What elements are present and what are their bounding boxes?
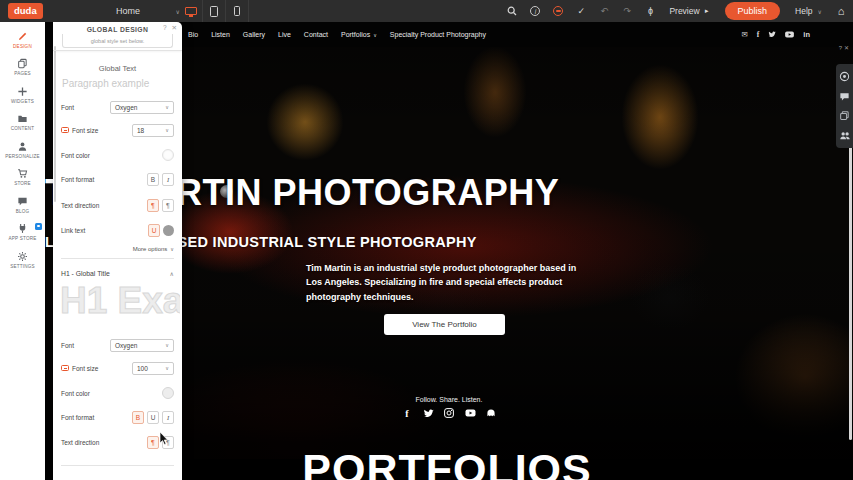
snapchat-icon[interactable] [485, 407, 497, 419]
youtube-icon[interactable] [464, 407, 476, 419]
twitter-icon[interactable] [768, 31, 776, 38]
link-color-swatch[interactable] [163, 225, 174, 236]
cart-icon [17, 168, 28, 179]
scrolled-note: global style set below. [91, 38, 145, 44]
h1-font-size-select[interactable]: 100 ∨ [132, 362, 174, 375]
help-menu[interactable]: Help ∨ [791, 6, 826, 16]
panel-close-button[interactable]: ✕ [172, 24, 177, 32]
override-indicator-icon [61, 365, 69, 371]
font-value: Oxygen [115, 104, 137, 111]
record-button[interactable] [838, 70, 851, 83]
chevron-down-icon: ∨ [818, 8, 822, 15]
redo-icon: ↷ [624, 6, 632, 16]
floating-toolbar [836, 64, 853, 148]
dev-mode-button[interactable]: ɸ [642, 0, 658, 22]
divider [61, 258, 174, 259]
assistant-button[interactable] [550, 0, 566, 22]
instagram-icon[interactable] [443, 407, 455, 419]
mouse-cursor [159, 432, 169, 446]
more-options-link[interactable]: More options ∨ [133, 246, 174, 252]
chevron-down-icon: ∨ [170, 246, 174, 252]
font-size-value: 18 [137, 127, 144, 134]
sidebar-item-blog[interactable]: BLOG [0, 191, 45, 219]
rtl-button[interactable]: ¶ [162, 199, 174, 212]
nav-item-bio[interactable]: Bio [188, 31, 198, 38]
nav-item-live[interactable]: Live [278, 31, 291, 38]
sidebar-item-label: CONTENT [11, 126, 35, 131]
paragraph-rtl-icon: ¶ [166, 202, 170, 209]
sidebar-item-label: STORE [14, 181, 31, 186]
mobile-view-button[interactable] [226, 0, 248, 22]
publish-button[interactable]: Publish [725, 2, 781, 20]
nav-item-specialty[interactable]: Specialty Product Photography [390, 31, 486, 38]
nav-item-listen[interactable]: Listen [211, 31, 230, 38]
sidebar-item-content[interactable]: CONTENT [0, 109, 45, 137]
font-row: Font Oxygen ∨ [61, 100, 174, 114]
bold-button[interactable]: B [147, 173, 159, 186]
app-store-badge [35, 223, 42, 230]
ltr-button[interactable]: ¶ [147, 199, 159, 212]
info-button[interactable]: i [527, 0, 543, 22]
save-check-button[interactable]: ✓ [573, 0, 589, 22]
override-indicator-icon [61, 127, 69, 133]
nav-item-gallery[interactable]: Gallery [243, 31, 265, 38]
layers-button[interactable] [838, 109, 851, 122]
chevron-up-icon: ∧ [170, 270, 174, 277]
font-color-label: Font color [61, 390, 90, 397]
panel-title: GLOBAL DESIGN [87, 26, 149, 33]
sidebar-item-label: DESIGN [13, 44, 32, 49]
redo-button[interactable]: ↷ [619, 0, 635, 22]
search-icon [507, 6, 517, 16]
h1-bold-button[interactable]: B [132, 411, 144, 424]
sidebar-item-settings[interactable]: SETTINGS [0, 246, 45, 274]
desktop-view-button[interactable] [180, 0, 202, 22]
panel-help-button[interactable]: ? [163, 24, 167, 32]
font-select[interactable]: Oxygen ∨ [110, 101, 174, 114]
h1-ltr-button[interactable]: ¶ [147, 436, 159, 449]
nav-item-contact[interactable]: Contact [304, 31, 328, 38]
orange-circle-icon [553, 6, 563, 16]
search-button[interactable] [504, 0, 520, 22]
dashboard-home-button[interactable]: ⌂ [833, 0, 849, 22]
twitter-icon[interactable] [422, 407, 434, 419]
sidebar-item-pages[interactable]: PAGES [0, 54, 45, 82]
gear-icon [17, 251, 28, 262]
pages-icon [17, 58, 28, 69]
preview-button[interactable]: Preview ► [665, 6, 713, 16]
undo-button[interactable]: ↶ [596, 0, 612, 22]
linkedin-icon[interactable]: in [803, 30, 810, 39]
h1-font-format-row: Font format B U I [61, 410, 174, 424]
font-size-select[interactable]: 18 ∨ [132, 124, 174, 137]
team-button[interactable] [838, 129, 851, 142]
duda-logo[interactable]: duda [8, 3, 43, 19]
facebook-icon[interactable]: f [757, 30, 760, 39]
sidebar-item-store[interactable]: STORE [0, 164, 45, 192]
italic-button[interactable]: I [162, 173, 174, 186]
font-size-label: Font size [72, 365, 98, 372]
h1-font-color-swatch[interactable] [162, 387, 174, 399]
view-portfolio-button[interactable]: View The Portfolio [384, 314, 505, 335]
facebook-icon[interactable]: f [401, 407, 413, 419]
h1-underline-button[interactable]: U [147, 411, 159, 424]
global-design-panel: GLOBAL DESIGN ? ✕ global style set below… [53, 22, 182, 480]
h1-section-header[interactable]: H1 - Global Title ∧ [61, 267, 174, 279]
link-underline-button[interactable]: U [148, 224, 160, 237]
sidebar-item-personalize[interactable]: PERSONALIZE [0, 136, 45, 164]
comments-button[interactable] [838, 90, 851, 103]
youtube-icon[interactable] [785, 31, 794, 38]
h1-font-select[interactable]: Oxygen ∨ [110, 339, 174, 352]
tablet-view-button[interactable] [203, 0, 225, 22]
nav-item-portfolios[interactable]: Portfolios ∨ [341, 31, 377, 38]
close-icon[interactable]: ✕ [844, 45, 851, 51]
undo-icon: ↶ [601, 6, 609, 16]
sidebar-item-widgets[interactable]: WIDGETS [0, 81, 45, 109]
sidebar-item-design[interactable]: DESIGN [0, 26, 45, 54]
h1-italic-button[interactable]: I [162, 411, 174, 424]
email-icon[interactable]: ✉ [742, 30, 748, 39]
page-selector[interactable]: Home ∨ [116, 0, 180, 22]
info-icon: i [530, 6, 540, 16]
h1-section-title: H1 - Global Title [61, 270, 110, 277]
h1-font-size-row: Font size 100 ∨ [61, 361, 174, 375]
font-color-swatch[interactable] [162, 149, 174, 161]
sidebar-item-app-store[interactable]: APP STORE [0, 219, 45, 247]
